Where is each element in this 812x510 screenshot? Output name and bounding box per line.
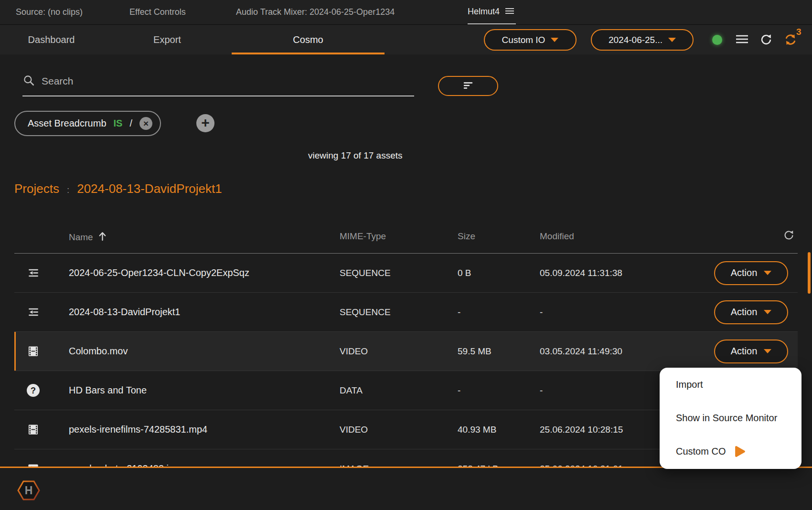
asset-name: HD Bars and Tone — [69, 385, 340, 396]
panel-tab-label: Audio Track Mixer: 2024-06-25-Oper1234 — [236, 7, 395, 17]
tab-export[interactable]: Export — [103, 25, 232, 54]
table-row-selected[interactable]: Colombo.mov VIDEO 59.5 MB 03.05.2024 11:… — [14, 332, 798, 371]
table-refresh-icon[interactable] — [783, 229, 795, 241]
submenu-arrow-icon — [734, 445, 746, 458]
menu-item-label: Custom CO — [676, 446, 726, 457]
search-input[interactable] — [42, 67, 414, 96]
logo-letter: H — [25, 484, 33, 497]
action-button-label: Action — [731, 307, 758, 318]
panel-tab-label: Helmut4 — [468, 7, 500, 17]
sync-icon[interactable] — [783, 32, 798, 47]
asset-mime: SEQUENCE — [340, 268, 458, 278]
table-row[interactable]: 2024-06-25-Oper1234-CLN-Copy2ExpSqz SEQU… — [14, 254, 798, 293]
panel-tab-audio-track-mixer[interactable]: Audio Track Mixer: 2024-06-25-Oper1234 — [236, 0, 395, 24]
project-dropdown[interactable]: 2024-06-25... — [591, 29, 694, 51]
panel-tab-source[interactable]: Source: (no clips) — [16, 0, 83, 24]
filter-chip-field: Asset Breadcrumb — [28, 118, 107, 129]
tab-dashboard[interactable]: Dashboard — [0, 25, 103, 54]
column-header-size[interactable]: Size — [458, 231, 475, 242]
sort-ascending-icon — [98, 231, 107, 244]
filmstrip-icon — [27, 345, 40, 358]
asset-modified: - — [540, 307, 714, 318]
table-header: Name MIME-Type Size Modified — [14, 220, 798, 254]
search-icon — [22, 74, 35, 88]
sort-lines-icon — [462, 80, 474, 93]
custom-io-dropdown[interactable]: Custom IO — [484, 29, 577, 51]
table-row[interactable]: 2024-08-13-DavidProjekt1 SEQUENCE - - Ac… — [14, 293, 798, 332]
menu-item-label: Show in Source Monitor — [676, 413, 777, 424]
asset-modified: 03.05.2024 11:49:30 — [540, 346, 714, 357]
action-button[interactable]: Action — [714, 261, 788, 285]
panel-tab-label: Effect Controls — [129, 7, 186, 17]
asset-modified: 05.09.2024 11:31:38 — [540, 268, 714, 278]
asset-mime: SEQUENCE — [340, 307, 458, 318]
column-header-mime[interactable]: MIME-Type — [340, 231, 386, 242]
chevron-down-icon — [668, 38, 676, 42]
action-button-label: Action — [731, 346, 758, 357]
tab-label: Cosmo — [293, 34, 323, 45]
menu-item-custom-co[interactable]: Custom CO — [660, 435, 801, 468]
vertical-scrollbar-thumb[interactable] — [808, 252, 811, 294]
filter-chip-operator: IS — [114, 118, 123, 129]
add-filter-button[interactable] — [196, 114, 214, 132]
menu-item-label: Import — [676, 379, 703, 390]
chevron-down-icon — [551, 38, 558, 42]
asset-size: - — [458, 385, 540, 396]
breadcrumb-root[interactable]: Projects — [14, 181, 59, 196]
asset-mime: DATA — [340, 385, 458, 396]
filter-chip-asset-breadcrumb[interactable]: Asset Breadcrumb IS / — [14, 111, 161, 136]
action-button[interactable]: Action — [714, 300, 788, 324]
project-dropdown-label: 2024-06-25... — [609, 35, 662, 45]
sequence-icon — [27, 267, 40, 279]
filter-chip-value: / — [129, 118, 132, 129]
breadcrumb-separator: : — [67, 185, 69, 195]
asset-type-cell — [14, 267, 69, 279]
action-button-label: Action — [731, 267, 758, 278]
tab-label: Dashboard — [28, 34, 75, 45]
action-button[interactable]: Action — [714, 340, 788, 363]
asset-name: Colombo.mov — [69, 346, 340, 357]
refresh-icon[interactable] — [759, 33, 773, 46]
asset-type-cell — [14, 345, 69, 358]
sync-count-badge: 3 — [796, 27, 801, 37]
asset-size: 0 B — [458, 268, 540, 278]
asset-name: pexels-photo-2193483.jpg — [69, 463, 340, 467]
custom-io-label: Custom IO — [502, 35, 545, 45]
remove-filter-icon[interactable] — [139, 117, 152, 130]
breadcrumb-current[interactable]: 2024-08-13-DavidProjekt1 — [77, 181, 222, 196]
column-header-name[interactable]: Name — [69, 231, 107, 244]
tab-label: Export — [153, 34, 181, 45]
asset-name: pexels-irenefilms-74285831.mp4 — [69, 424, 340, 435]
tab-cosmo[interactable]: Cosmo — [232, 25, 385, 54]
action-cell: Action — [714, 300, 798, 324]
panel-tab-helmut4[interactable]: Helmut4 — [468, 0, 516, 24]
asset-name: 2024-06-25-Oper1234-CLN-Copy2ExpSqz — [69, 267, 340, 278]
menu-item-show-in-source-monitor[interactable]: Show in Source Monitor — [660, 401, 801, 435]
search-bar — [22, 67, 414, 96]
asset-mime: VIDEO — [340, 346, 458, 357]
panel-tab-bar: Source: (no clips) Effect Controls Audio… — [0, 0, 812, 25]
panel-tab-effect-controls[interactable]: Effect Controls — [129, 0, 186, 24]
question-circle-icon — [27, 384, 40, 397]
action-cell: Action — [714, 340, 798, 363]
helmut4-panel: Source: (no clips) Effect Controls Audio… — [0, 0, 812, 510]
list-view-button[interactable] — [736, 34, 748, 44]
viewing-status-text: viewing 17 of 17 assets — [308, 150, 403, 161]
asset-type-cell — [14, 384, 69, 397]
sort-filter-button[interactable] — [438, 76, 498, 96]
asset-size: 59.5 MB — [458, 346, 540, 357]
asset-size: - — [458, 307, 540, 318]
connection-status-dot — [712, 35, 722, 45]
menu-item-import[interactable]: Import — [660, 368, 801, 401]
chevron-down-icon — [764, 310, 771, 314]
chevron-down-icon — [764, 271, 771, 275]
sequence-icon — [27, 306, 40, 319]
breadcrumb: Projects : 2024-08-13-DavidProjekt1 — [14, 181, 222, 196]
column-header-modified[interactable]: Modified — [540, 231, 574, 242]
helmut-logo: H — [16, 478, 41, 503]
asset-type-cell — [14, 423, 69, 436]
action-context-menu: Import Show in Source Monitor Custom CO — [660, 368, 801, 469]
panel-menu-icon[interactable] — [505, 7, 514, 17]
chevron-down-icon — [764, 349, 771, 353]
asset-type-cell — [14, 306, 69, 319]
